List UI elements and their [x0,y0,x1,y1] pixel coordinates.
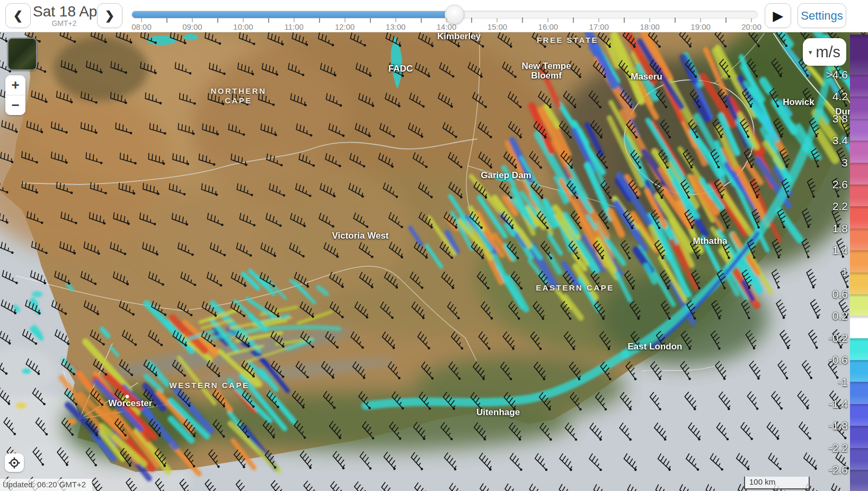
slider-tick-label: 10:00 [233,22,253,31]
legend-band [850,470,868,491]
legend-value: 0.6 [832,288,848,301]
legend-value: -2.6 [829,463,848,476]
slider-hour-tick [192,18,193,22]
slider-hour-tick [700,18,701,22]
prev-date-button[interactable]: ❮ [5,3,31,28]
slider-hour-tick [649,18,650,22]
legend-value: 3 [842,156,848,169]
timezone-label: GMT+2 [33,20,95,28]
date-label: Sat 18 Apr [33,4,95,20]
legend-band [850,250,868,272]
slider-tick-label: 15:00 [488,22,508,31]
legend-color-bar [850,34,868,491]
slider-tick-label: 19:00 [690,22,711,31]
zoom-in-button[interactable]: + [5,75,25,95]
chevron-left-icon: ❮ [13,10,23,22]
slider-tick-label: 14:00 [437,22,457,31]
slider-half-tick [725,17,727,23]
legend-value: 3.4 [832,134,848,147]
legend-value: -2.2 [829,442,848,454]
slider-hour-tick [751,18,752,22]
settings-button[interactable]: Settings [798,3,846,28]
minimap-thumbnail[interactable] [7,38,37,71]
legend-band [850,316,868,338]
legend-value: -1.4 [829,398,848,410]
legend-value: -1.8 [829,419,848,432]
legend-value: -0.6 [829,354,848,366]
legend-band [850,163,868,185]
legend-value: -1 [838,376,848,389]
chevron-down-icon: ▾ [809,48,812,56]
slider-half-tick [573,17,574,23]
play-button[interactable]: ▶ [765,3,791,28]
slider-thumb[interactable] [445,5,464,24]
legend-band [850,206,868,228]
zoom-out-button[interactable]: − [5,95,25,115]
slider-hour-tick [598,18,599,22]
legend-band [850,338,868,360]
slider-half-tick [370,17,371,23]
slider-tick-label: 13:00 [386,22,406,31]
updated-status: Updated: 06:20 GMT+2 [0,479,92,491]
slider-half-tick [319,17,320,23]
legend-band [850,185,868,206]
slider-hour-tick [141,18,142,22]
slider-tick-label: 09:00 [182,22,202,31]
slider-tick-label: 17:00 [589,22,609,31]
legend-band [850,34,868,75]
map-base-layer [0,32,868,491]
locate-button[interactable] [5,453,24,472]
slider-fill [132,11,454,18]
next-date-button[interactable]: ❯ [97,3,122,28]
slider-half-tick [675,17,676,23]
legend-value: 2.2 [832,200,848,213]
map-canvas[interactable]: NORTHERNCAPEFREE STATEWESTERN CAPEEASTER… [0,32,868,491]
legend-band [850,119,868,141]
legend-value: 1 [842,266,848,279]
toolbar: ❮ Sat 18 Apr GMT+2 ❯ 08:0009:0010:0011:0… [0,0,868,32]
slider-hour-tick [446,18,447,22]
slider-half-tick [217,17,218,23]
settings-label: Settings [801,10,843,22]
slider-half-tick [166,17,167,23]
legend-value: 4.2 [832,90,848,103]
slider-hour-tick [344,18,346,22]
scale-bar: 100 km [744,477,810,489]
legend-band [850,448,868,470]
legend-band [850,294,868,316]
date-display: Sat 18 Apr GMT+2 [33,4,95,28]
legend-band [850,426,868,448]
legend-value: 1.4 [832,244,848,257]
legend-band [850,75,868,97]
slider-half-tick [471,17,472,23]
legend-band [850,229,868,250]
slider-tick-label: 11:00 [285,22,304,31]
slider-half-tick [522,17,523,23]
legend-value: >4.6 [826,68,848,81]
legend-band [850,382,868,404]
time-slider[interactable]: 08:0009:0010:0011:0012:0013:0014:0015:00… [131,0,757,32]
legend-band [850,141,868,162]
legend-band [850,97,868,118]
slider-half-tick [624,17,625,23]
slider-tick-label: 20:00 [741,22,761,31]
slider-tick-label: 16:00 [538,22,559,31]
unit-label: m/s [816,43,840,61]
legend-value: 0.2 [832,310,848,322]
zoom-controls: + − [5,75,25,115]
slider-half-tick [268,17,269,23]
legend-value: 1.8 [832,222,848,235]
chevron-right-icon: ❯ [105,10,114,22]
slider-half-tick [421,17,422,23]
legend-band [850,360,868,382]
slider-tick-label: 08:00 [131,22,152,31]
unit-dropdown[interactable]: ▾ m/s [803,38,846,66]
legend-value: 3.8 [832,112,848,125]
legend-band [850,404,868,426]
slider-hour-tick [547,18,548,22]
legend-value: 2.6 [832,178,848,191]
slider-hour-tick [294,18,295,22]
slider-tick-label: 12:00 [335,22,355,31]
legend-value: -0.2 [829,332,848,345]
slider-hour-tick [395,18,396,22]
